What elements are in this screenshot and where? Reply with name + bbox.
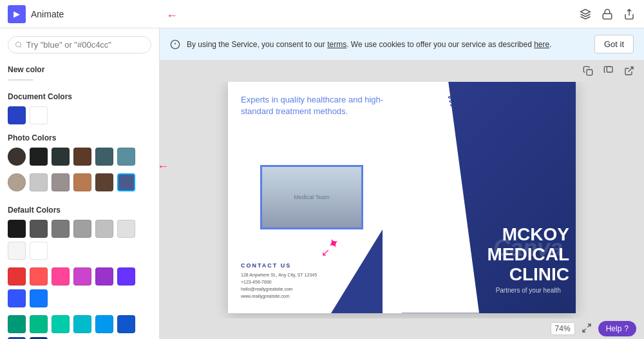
doc-color-blue[interactable]: [8, 106, 26, 124]
def-c-4[interactable]: [73, 220, 91, 238]
svg-line-8: [587, 324, 591, 327]
default-row-3: [8, 315, 151, 339]
def-c-18[interactable]: [30, 315, 48, 333]
def-c-8[interactable]: [30, 242, 48, 260]
def-c-22[interactable]: [117, 315, 135, 333]
photo-colors-grid: [8, 148, 151, 195]
pink-arrow-canvas: ↙: [321, 246, 330, 258]
cookie-banner: By using the Service, you consent to our…: [160, 28, 644, 60]
share-icon[interactable]: [622, 7, 636, 21]
contact-info: 128 Anywhere St., Any City, ST 12345 +12…: [241, 271, 395, 300]
def-c-21[interactable]: [95, 315, 113, 333]
svg-rect-5: [587, 70, 592, 75]
def-c-6[interactable]: [117, 220, 135, 238]
contact-section: CONTACT US 128 Anywhere St., Any City, S…: [241, 262, 395, 300]
got-it-button[interactable]: Got it: [594, 35, 634, 53]
photo-color-5[interactable]: [95, 148, 113, 166]
photo-color-11[interactable]: [95, 173, 113, 191]
external-link-icon[interactable]: [622, 64, 636, 78]
def-c-11[interactable]: [52, 267, 70, 286]
def-c-19[interactable]: [52, 315, 70, 333]
default-colors-title: Default Colors: [8, 206, 151, 215]
doctor-photo-inner: Medical Team: [262, 167, 361, 228]
photo-color-9[interactable]: [52, 173, 70, 191]
info-icon: [170, 39, 180, 50]
duplicate-icon[interactable]: [581, 64, 595, 78]
doc-color-white[interactable]: [30, 106, 48, 124]
def-c-13[interactable]: [95, 267, 113, 286]
help-button[interactable]: Help ?: [598, 321, 636, 336]
search-icon: [15, 41, 23, 49]
contact-address: 128 Anywhere St., Any City, ST 12345: [241, 271, 395, 278]
cookie-text: By using the Service, you consent to our…: [187, 40, 588, 49]
svg-rect-6: [607, 66, 612, 72]
photo-colors-title: Photo Colors: [8, 133, 151, 142]
def-c-14[interactable]: [117, 267, 135, 286]
photo-color-3[interactable]: [52, 148, 70, 166]
help-label: Help: [606, 324, 622, 333]
svg-point-1: [15, 42, 21, 47]
default-colors-grid: [8, 220, 151, 339]
design-tagline: Experts in quality healthcare and high-s…: [241, 94, 389, 117]
photo-color-2[interactable]: [30, 148, 48, 166]
clinic-name-line2: MEDICAL: [487, 245, 569, 265]
clinic-subtitle: Partners of your health: [487, 287, 569, 294]
cookie-terms-link[interactable]: terms: [327, 40, 346, 49]
photo-color-row-2: [8, 173, 151, 191]
contact-title: CONTACT US: [241, 262, 395, 269]
photo-color-4[interactable]: [73, 148, 91, 166]
def-c-2[interactable]: [30, 220, 48, 238]
canvas-toolbar: [160, 60, 644, 82]
top-bar-right: [578, 7, 636, 21]
photo-color-12[interactable]: [117, 173, 135, 191]
zoom-level[interactable]: 74%: [551, 322, 575, 335]
photo-color-8[interactable]: [30, 173, 48, 191]
photo-color-6[interactable]: [117, 148, 135, 166]
clinic-name-line3: CLINIC: [487, 265, 569, 285]
design-canvas-wrap[interactable]: Experts in quality healthcare and high-s…: [160, 82, 644, 318]
contact-email: hello@reallygreatsite.com: [241, 286, 395, 293]
new-color-swatch[interactable]: [8, 79, 33, 81]
settings-icon[interactable]: [578, 7, 592, 21]
expand-icon[interactable]: [582, 323, 592, 335]
photo-color-10[interactable]: [73, 173, 91, 191]
photo-color-7[interactable]: [8, 173, 26, 191]
search-bar[interactable]: [8, 36, 151, 53]
design-canvas[interactable]: Experts in quality healthcare and high-s…: [228, 82, 576, 313]
cookie-text-before: By using the Service, you consent to our: [187, 40, 327, 49]
help-question-mark: ?: [624, 324, 629, 333]
def-c-5[interactable]: [95, 220, 113, 238]
color-search-input[interactable]: [26, 40, 144, 50]
svg-line-9: [583, 329, 586, 332]
default-row-2: [8, 267, 151, 307]
canvas-area: By using the Service, you consent to our…: [160, 28, 644, 339]
clinic-name-line1: MCKOY: [487, 225, 569, 245]
animate-label: Animate: [31, 9, 64, 19]
def-c-10[interactable]: [30, 267, 48, 286]
photo-color-row-1: [8, 148, 151, 166]
main-layout: New color Document Colors Photo Colors: [0, 28, 644, 339]
svg-rect-0: [603, 14, 612, 19]
def-c-20[interactable]: [73, 315, 91, 333]
default-row-1: [8, 220, 151, 260]
doctor-photo: Medical Team: [260, 165, 363, 229]
def-c-12[interactable]: [73, 267, 91, 286]
def-c-17[interactable]: [8, 315, 26, 333]
photo-color-1[interactable]: [8, 148, 26, 166]
document-colors-title: Document Colors: [8, 92, 151, 101]
def-c-9[interactable]: [8, 267, 26, 286]
def-c-7[interactable]: [8, 242, 26, 260]
copy-icon[interactable]: [601, 64, 616, 78]
medical-icon: ⚕: [447, 90, 457, 111]
svg-line-7: [629, 67, 633, 72]
cookie-here-link[interactable]: here: [534, 40, 549, 49]
lock-icon[interactable]: [600, 7, 614, 21]
def-c-15[interactable]: [8, 289, 26, 307]
document-colors-row: [8, 106, 151, 124]
def-c-3[interactable]: [52, 220, 70, 238]
def-c-1[interactable]: [8, 220, 26, 238]
top-bar: ▶ Animate: [0, 0, 644, 28]
cookie-text-end: .: [549, 40, 551, 49]
contact-phone: +123-456-7890: [241, 278, 395, 286]
def-c-16[interactable]: [30, 289, 48, 307]
